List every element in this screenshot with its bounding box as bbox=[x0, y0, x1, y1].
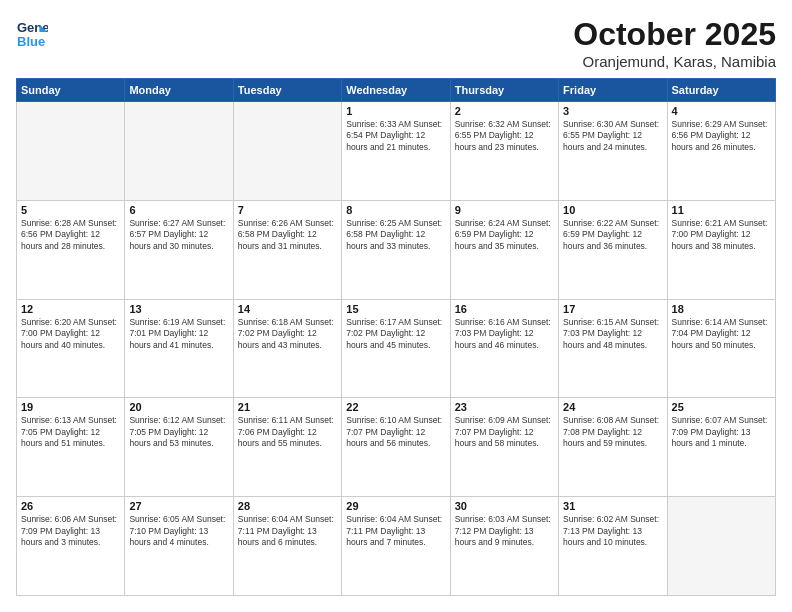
calendar-cell: 13Sunrise: 6:19 AM Sunset: 7:01 PM Dayli… bbox=[125, 299, 233, 398]
calendar-cell: 18Sunrise: 6:14 AM Sunset: 7:04 PM Dayli… bbox=[667, 299, 775, 398]
calendar-cell: 22Sunrise: 6:10 AM Sunset: 7:07 PM Dayli… bbox=[342, 398, 450, 497]
weekday-header-friday: Friday bbox=[559, 79, 667, 102]
calendar-cell: 5Sunrise: 6:28 AM Sunset: 6:56 PM Daylig… bbox=[17, 200, 125, 299]
day-number: 26 bbox=[21, 500, 120, 512]
weekday-header-monday: Monday bbox=[125, 79, 233, 102]
calendar-cell bbox=[17, 102, 125, 201]
calendar-cell: 24Sunrise: 6:08 AM Sunset: 7:08 PM Dayli… bbox=[559, 398, 667, 497]
calendar-cell: 28Sunrise: 6:04 AM Sunset: 7:11 PM Dayli… bbox=[233, 497, 341, 596]
day-number: 16 bbox=[455, 303, 554, 315]
day-number: 13 bbox=[129, 303, 228, 315]
logo: General Blue bbox=[16, 16, 48, 52]
day-number: 14 bbox=[238, 303, 337, 315]
calendar-cell: 16Sunrise: 6:16 AM Sunset: 7:03 PM Dayli… bbox=[450, 299, 558, 398]
day-info: Sunrise: 6:27 AM Sunset: 6:57 PM Dayligh… bbox=[129, 218, 228, 252]
day-number: 31 bbox=[563, 500, 662, 512]
calendar-cell: 9Sunrise: 6:24 AM Sunset: 6:59 PM Daylig… bbox=[450, 200, 558, 299]
calendar-cell: 27Sunrise: 6:05 AM Sunset: 7:10 PM Dayli… bbox=[125, 497, 233, 596]
day-number: 2 bbox=[455, 105, 554, 117]
calendar-cell: 25Sunrise: 6:07 AM Sunset: 7:09 PM Dayli… bbox=[667, 398, 775, 497]
calendar-cell: 7Sunrise: 6:26 AM Sunset: 6:58 PM Daylig… bbox=[233, 200, 341, 299]
calendar-cell: 12Sunrise: 6:20 AM Sunset: 7:00 PM Dayli… bbox=[17, 299, 125, 398]
svg-text:General: General bbox=[17, 20, 48, 35]
calendar-cell: 26Sunrise: 6:06 AM Sunset: 7:09 PM Dayli… bbox=[17, 497, 125, 596]
day-number: 23 bbox=[455, 401, 554, 413]
week-row-1: 1Sunrise: 6:33 AM Sunset: 6:54 PM Daylig… bbox=[17, 102, 776, 201]
calendar-cell: 19Sunrise: 6:13 AM Sunset: 7:05 PM Dayli… bbox=[17, 398, 125, 497]
day-info: Sunrise: 6:13 AM Sunset: 7:05 PM Dayligh… bbox=[21, 415, 120, 449]
day-info: Sunrise: 6:33 AM Sunset: 6:54 PM Dayligh… bbox=[346, 119, 445, 153]
day-number: 29 bbox=[346, 500, 445, 512]
weekday-header-tuesday: Tuesday bbox=[233, 79, 341, 102]
day-number: 24 bbox=[563, 401, 662, 413]
day-number: 9 bbox=[455, 204, 554, 216]
day-number: 11 bbox=[672, 204, 771, 216]
calendar-cell: 6Sunrise: 6:27 AM Sunset: 6:57 PM Daylig… bbox=[125, 200, 233, 299]
location-subtitle: Oranjemund, Karas, Namibia bbox=[573, 53, 776, 70]
week-row-5: 26Sunrise: 6:06 AM Sunset: 7:09 PM Dayli… bbox=[17, 497, 776, 596]
day-number: 10 bbox=[563, 204, 662, 216]
calendar-cell: 10Sunrise: 6:22 AM Sunset: 6:59 PM Dayli… bbox=[559, 200, 667, 299]
day-number: 17 bbox=[563, 303, 662, 315]
calendar-cell: 20Sunrise: 6:12 AM Sunset: 7:05 PM Dayli… bbox=[125, 398, 233, 497]
calendar-body: 1Sunrise: 6:33 AM Sunset: 6:54 PM Daylig… bbox=[17, 102, 776, 596]
calendar-cell: 4Sunrise: 6:29 AM Sunset: 6:56 PM Daylig… bbox=[667, 102, 775, 201]
calendar-cell: 21Sunrise: 6:11 AM Sunset: 7:06 PM Dayli… bbox=[233, 398, 341, 497]
day-number: 21 bbox=[238, 401, 337, 413]
day-info: Sunrise: 6:32 AM Sunset: 6:55 PM Dayligh… bbox=[455, 119, 554, 153]
day-info: Sunrise: 6:08 AM Sunset: 7:08 PM Dayligh… bbox=[563, 415, 662, 449]
day-info: Sunrise: 6:22 AM Sunset: 6:59 PM Dayligh… bbox=[563, 218, 662, 252]
day-number: 20 bbox=[129, 401, 228, 413]
day-info: Sunrise: 6:04 AM Sunset: 7:11 PM Dayligh… bbox=[238, 514, 337, 548]
calendar-cell: 31Sunrise: 6:02 AM Sunset: 7:13 PM Dayli… bbox=[559, 497, 667, 596]
day-number: 30 bbox=[455, 500, 554, 512]
day-info: Sunrise: 6:21 AM Sunset: 7:00 PM Dayligh… bbox=[672, 218, 771, 252]
day-info: Sunrise: 6:06 AM Sunset: 7:09 PM Dayligh… bbox=[21, 514, 120, 548]
day-number: 7 bbox=[238, 204, 337, 216]
header: General Blue October 2025 Oranjemund, Ka… bbox=[16, 16, 776, 70]
day-info: Sunrise: 6:24 AM Sunset: 6:59 PM Dayligh… bbox=[455, 218, 554, 252]
day-info: Sunrise: 6:18 AM Sunset: 7:02 PM Dayligh… bbox=[238, 317, 337, 351]
day-info: Sunrise: 6:19 AM Sunset: 7:01 PM Dayligh… bbox=[129, 317, 228, 351]
day-info: Sunrise: 6:14 AM Sunset: 7:04 PM Dayligh… bbox=[672, 317, 771, 351]
calendar-cell bbox=[667, 497, 775, 596]
day-info: Sunrise: 6:10 AM Sunset: 7:07 PM Dayligh… bbox=[346, 415, 445, 449]
day-number: 5 bbox=[21, 204, 120, 216]
day-info: Sunrise: 6:25 AM Sunset: 6:58 PM Dayligh… bbox=[346, 218, 445, 252]
calendar-header: SundayMondayTuesdayWednesdayThursdayFrid… bbox=[17, 79, 776, 102]
logo-svg: General Blue bbox=[16, 16, 48, 52]
month-title: October 2025 bbox=[573, 16, 776, 53]
day-info: Sunrise: 6:05 AM Sunset: 7:10 PM Dayligh… bbox=[129, 514, 228, 548]
day-info: Sunrise: 6:15 AM Sunset: 7:03 PM Dayligh… bbox=[563, 317, 662, 351]
calendar-cell: 3Sunrise: 6:30 AM Sunset: 6:55 PM Daylig… bbox=[559, 102, 667, 201]
calendar-cell: 15Sunrise: 6:17 AM Sunset: 7:02 PM Dayli… bbox=[342, 299, 450, 398]
calendar-cell: 14Sunrise: 6:18 AM Sunset: 7:02 PM Dayli… bbox=[233, 299, 341, 398]
day-info: Sunrise: 6:26 AM Sunset: 6:58 PM Dayligh… bbox=[238, 218, 337, 252]
day-number: 8 bbox=[346, 204, 445, 216]
day-number: 4 bbox=[672, 105, 771, 117]
day-info: Sunrise: 6:17 AM Sunset: 7:02 PM Dayligh… bbox=[346, 317, 445, 351]
day-info: Sunrise: 6:03 AM Sunset: 7:12 PM Dayligh… bbox=[455, 514, 554, 548]
day-info: Sunrise: 6:04 AM Sunset: 7:11 PM Dayligh… bbox=[346, 514, 445, 548]
weekday-header-thursday: Thursday bbox=[450, 79, 558, 102]
weekday-header-wednesday: Wednesday bbox=[342, 79, 450, 102]
day-number: 6 bbox=[129, 204, 228, 216]
day-number: 25 bbox=[672, 401, 771, 413]
calendar-cell: 2Sunrise: 6:32 AM Sunset: 6:55 PM Daylig… bbox=[450, 102, 558, 201]
page: General Blue October 2025 Oranjemund, Ka… bbox=[0, 0, 792, 612]
calendar-cell: 30Sunrise: 6:03 AM Sunset: 7:12 PM Dayli… bbox=[450, 497, 558, 596]
calendar-cell bbox=[233, 102, 341, 201]
weekday-header-saturday: Saturday bbox=[667, 79, 775, 102]
title-area: October 2025 Oranjemund, Karas, Namibia bbox=[573, 16, 776, 70]
calendar-cell: 17Sunrise: 6:15 AM Sunset: 7:03 PM Dayli… bbox=[559, 299, 667, 398]
calendar-cell: 1Sunrise: 6:33 AM Sunset: 6:54 PM Daylig… bbox=[342, 102, 450, 201]
weekday-row: SundayMondayTuesdayWednesdayThursdayFrid… bbox=[17, 79, 776, 102]
calendar-table: SundayMondayTuesdayWednesdayThursdayFrid… bbox=[16, 78, 776, 596]
day-number: 27 bbox=[129, 500, 228, 512]
day-info: Sunrise: 6:02 AM Sunset: 7:13 PM Dayligh… bbox=[563, 514, 662, 548]
week-row-4: 19Sunrise: 6:13 AM Sunset: 7:05 PM Dayli… bbox=[17, 398, 776, 497]
calendar-cell: 8Sunrise: 6:25 AM Sunset: 6:58 PM Daylig… bbox=[342, 200, 450, 299]
day-number: 22 bbox=[346, 401, 445, 413]
day-info: Sunrise: 6:16 AM Sunset: 7:03 PM Dayligh… bbox=[455, 317, 554, 351]
calendar-cell: 23Sunrise: 6:09 AM Sunset: 7:07 PM Dayli… bbox=[450, 398, 558, 497]
